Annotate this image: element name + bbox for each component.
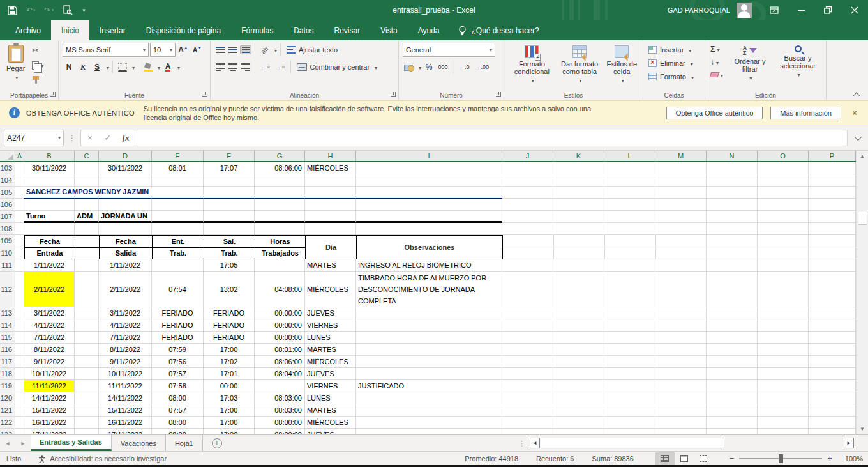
font-color-icon[interactable]: A: [161, 60, 174, 74]
cell-b112[interactable]: 2/11/2022: [24, 272, 75, 307]
cell-c113[interactable]: [75, 307, 99, 319]
cell-g106[interactable]: [255, 199, 305, 211]
cell-i123[interactable]: [356, 429, 502, 434]
cell-d118[interactable]: 10/11/2022: [99, 368, 152, 380]
row-header-107[interactable]: 107: [0, 211, 15, 223]
copy-button[interactable]: [30, 59, 45, 72]
cell-b108[interactable]: [24, 223, 75, 235]
cell-d113[interactable]: 3/11/2022: [99, 307, 152, 319]
formula-input[interactable]: [135, 130, 848, 146]
cell-l122[interactable]: [604, 417, 655, 429]
cell-e113[interactable]: FERIADO: [152, 307, 204, 319]
cell-p107[interactable]: [809, 211, 856, 223]
cell-n122[interactable]: [707, 417, 758, 429]
cell-b120[interactable]: 14/11/2022: [24, 392, 75, 404]
cell-k108[interactable]: [553, 223, 604, 235]
cell-p118[interactable]: [809, 368, 856, 380]
header-cell-top[interactable]: Horas: [255, 236, 306, 248]
cell-n[interactable]: [707, 235, 758, 259]
cell[interactable]: [656, 235, 707, 247]
cell-b106[interactable]: [24, 199, 75, 211]
column-header-g[interactable]: G: [255, 151, 305, 161]
cell-b113[interactable]: 3/11/2022: [24, 307, 75, 319]
row-header-117[interactable]: 117: [0, 356, 15, 368]
cell-p104[interactable]: [809, 174, 856, 187]
cell-a116[interactable]: [15, 344, 24, 356]
cell-m123[interactable]: [655, 429, 707, 434]
column-header-e[interactable]: E: [152, 151, 204, 161]
header-cell-bottom[interactable]: Entrada: [25, 248, 75, 260]
cell-e108[interactable]: [152, 223, 204, 235]
cell-o121[interactable]: [758, 404, 809, 417]
cell-j120[interactable]: [502, 392, 553, 404]
cell-j123[interactable]: [502, 429, 553, 434]
tab-bar-splitter[interactable]: ⋮: [518, 435, 525, 452]
cell-n118[interactable]: [707, 368, 758, 380]
cell-e103[interactable]: 08:01: [152, 162, 204, 174]
redo-icon[interactable]: ↷▾: [43, 3, 56, 18]
cell-a119[interactable]: [15, 380, 24, 392]
header-cell-top[interactable]: Sal.: [204, 236, 255, 248]
cut-button[interactable]: ✂: [30, 44, 45, 57]
font-size-select[interactable]: 10▾: [150, 43, 176, 57]
cell-styles-button[interactable]: Estilos de celda: [604, 43, 641, 87]
cell-n117[interactable]: [707, 356, 758, 368]
cell-f117[interactable]: 17:02: [204, 356, 255, 368]
cell-m114[interactable]: [655, 319, 707, 332]
number-format-select[interactable]: General▾: [403, 43, 495, 57]
cell-k122[interactable]: [553, 417, 604, 429]
cell-d112[interactable]: 2/11/2022: [99, 272, 152, 307]
sheet-nav-left-icon[interactable]: ◄: [0, 435, 15, 451]
cell-i115[interactable]: [356, 332, 502, 344]
align-left-icon[interactable]: [214, 63, 226, 72]
cell-d114[interactable]: 4/11/2022: [99, 319, 152, 332]
cell-l104[interactable]: [604, 174, 655, 187]
cell-c108[interactable]: [75, 223, 99, 235]
cell-c116[interactable]: [75, 344, 99, 356]
cell-p116[interactable]: [809, 344, 856, 356]
cell-l117[interactable]: [604, 356, 655, 368]
cell-l[interactable]: [605, 235, 656, 259]
cell-k105[interactable]: [553, 187, 604, 199]
cell-i122[interactable]: [356, 417, 502, 429]
cell-d122[interactable]: 16/11/2022: [99, 417, 152, 429]
column-header-a[interactable]: A: [15, 151, 24, 161]
italic-button[interactable]: K: [77, 60, 89, 74]
cell-p114[interactable]: [809, 319, 856, 332]
percent-style-icon[interactable]: %: [423, 60, 435, 74]
row-header-112[interactable]: 112: [0, 272, 15, 307]
cell-m107[interactable]: [655, 211, 707, 223]
cell[interactable]: [503, 247, 554, 259]
cell-c120[interactable]: [75, 392, 99, 404]
cell-e119[interactable]: 07:58: [152, 380, 204, 392]
cell-f123[interactable]: 17:00: [204, 429, 255, 434]
find-select-button[interactable]: Buscar y seleccionar: [773, 43, 823, 89]
cell-p115[interactable]: [809, 332, 856, 344]
cell-j114[interactable]: [502, 319, 553, 332]
cell-j104[interactable]: [502, 174, 553, 187]
cell-e118[interactable]: 07:57: [152, 368, 204, 380]
cell-o115[interactable]: [758, 332, 809, 344]
cell-p106[interactable]: [809, 199, 856, 211]
cell-i116[interactable]: [356, 344, 502, 356]
cell-b118[interactable]: 10/11/2022: [24, 368, 75, 380]
cell-o103[interactable]: [758, 162, 809, 174]
cell-m106[interactable]: [655, 199, 707, 211]
cell-d116[interactable]: 8/11/2022: [99, 344, 152, 356]
cell-a118[interactable]: [15, 368, 24, 380]
cell-f119[interactable]: 00:00: [204, 380, 255, 392]
cell-m116[interactable]: [655, 344, 707, 356]
page-break-view-button[interactable]: [694, 452, 713, 465]
header-cell-top[interactable]: Ent.: [153, 236, 204, 248]
cell-a122[interactable]: [15, 417, 24, 429]
cell-h111[interactable]: MARTES: [305, 259, 356, 272]
align-bottom-icon[interactable]: [240, 45, 251, 54]
row-header-114[interactable]: 114: [0, 319, 15, 332]
cell-a117[interactable]: [15, 356, 24, 368]
cell-c119[interactable]: [75, 380, 99, 392]
cell-o104[interactable]: [758, 174, 809, 187]
row-header-120[interactable]: 120: [0, 392, 15, 404]
cell-h108[interactable]: [305, 223, 356, 235]
align-middle-icon[interactable]: [227, 45, 239, 54]
avatar[interactable]: [737, 3, 752, 18]
